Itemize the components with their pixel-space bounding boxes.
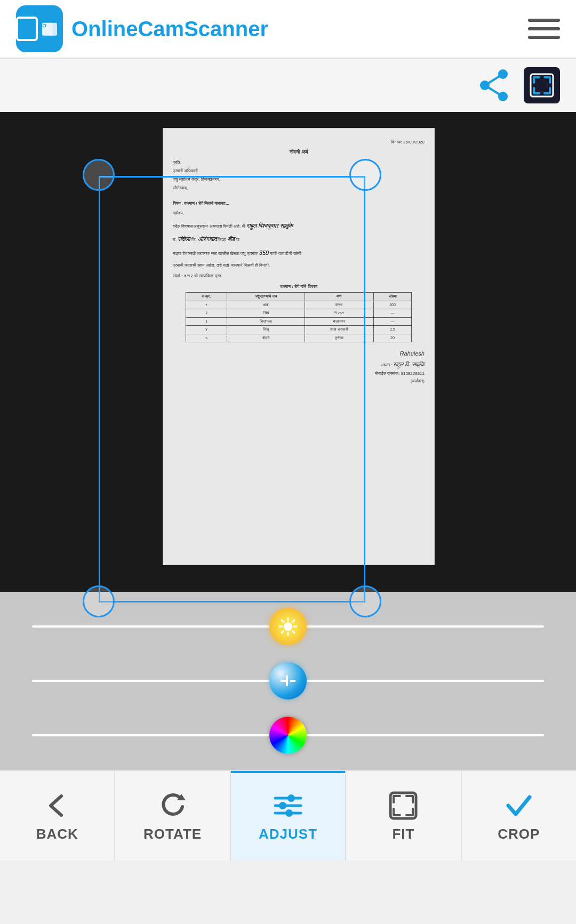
crop-selection-border	[99, 176, 365, 602]
table-cell-2-3: —	[373, 317, 412, 326]
doc-date: दिनांक: 26/03/2020	[173, 139, 425, 146]
fullscreen-button[interactable]	[524, 67, 560, 103]
nav-fit-label: FIT	[392, 826, 414, 842]
svg-line-8	[485, 74, 503, 85]
crop-handle-bottom-right[interactable]	[349, 585, 381, 617]
hamburger-line-2	[528, 27, 560, 30]
logo-area: OnlineCamScanner	[16, 5, 268, 52]
table-header-3: संख्या	[373, 293, 412, 301]
nav-crop-button[interactable]: CROP	[462, 771, 576, 861]
doc-address1: प्रभारी अधिकारी	[173, 168, 425, 174]
svg-rect-22	[290, 680, 295, 682]
sun-icon	[278, 617, 298, 636]
nav-rotate-button[interactable]: ROTATE	[115, 771, 229, 861]
nav-adjust-label: ADJUST	[259, 826, 317, 842]
brightness-slider-track[interactable]	[32, 625, 544, 628]
fit-icon	[387, 790, 419, 822]
adjust-sliders-icon	[272, 790, 304, 822]
header: OnlineCamScanner	[0, 0, 576, 59]
document-toolbar	[0, 59, 576, 112]
table-cell-4-3: 20	[373, 334, 412, 342]
svg-rect-2	[48, 23, 57, 36]
color-slider-track[interactable]	[32, 734, 544, 736]
hamburger-line-1	[528, 19, 560, 22]
svg-line-9	[485, 85, 503, 97]
nav-rotate-label: ROTATE	[143, 826, 202, 842]
brightness-slider-thumb[interactable]	[269, 608, 307, 645]
document-wrapper: दिनांक: 26/03/2020 नोंदणी अर्ज प्रति, प्…	[0, 112, 576, 592]
back-arrow-icon	[41, 790, 73, 822]
hamburger-line-3	[528, 36, 560, 39]
main-content-area: दिनांक: 26/03/2020 नोंदणी अर्ज प्रति, प्…	[0, 112, 576, 770]
app-name-label: OnlineCamScanner	[71, 17, 268, 41]
svg-point-27	[287, 794, 295, 802]
svg-line-17	[293, 631, 295, 633]
svg-point-28	[279, 802, 286, 809]
crop-handle-top-right[interactable]	[349, 159, 381, 191]
table-cell-0-3: 200	[373, 301, 412, 309]
exposure-icon	[278, 671, 298, 690]
svg-line-16	[282, 620, 284, 622]
bottom-navigation: BACK ROTATE ADJUST	[0, 770, 576, 861]
svg-rect-21	[286, 676, 288, 686]
exposure-slider-row	[32, 662, 544, 700]
nav-back-button[interactable]: BACK	[0, 771, 114, 861]
share-icon	[477, 69, 510, 102]
rotate-icon	[157, 790, 189, 822]
svg-line-18	[293, 620, 295, 622]
nav-crop-label: CROP	[498, 826, 540, 842]
doc-to: प्रति,	[173, 159, 425, 166]
menu-button[interactable]	[528, 13, 560, 45]
app-logo-icon	[16, 5, 63, 52]
crop-checkmark-icon	[503, 790, 535, 822]
nav-back-label: BACK	[36, 826, 78, 842]
nav-fit-button[interactable]: FIT	[346, 771, 460, 861]
fullscreen-icon	[530, 73, 554, 98]
exposure-slider-thumb[interactable]	[269, 662, 307, 700]
share-button[interactable]	[475, 66, 513, 105]
svg-point-4	[43, 25, 45, 27]
exposure-slider-track[interactable]	[32, 680, 544, 682]
adjustment-sliders-area	[0, 592, 576, 770]
svg-line-19	[282, 631, 284, 633]
doc-title: नोंदणी अर्ज	[173, 149, 425, 156]
nav-adjust-button[interactable]: ADJUST	[231, 771, 345, 861]
color-slider-row	[32, 717, 544, 754]
crop-handle-top-left[interactable]	[83, 159, 115, 191]
table-cell-3-3: 2.5	[373, 326, 412, 334]
svg-point-29	[285, 809, 293, 817]
table-cell-1-3: —	[373, 309, 412, 318]
color-slider-thumb[interactable]	[269, 717, 307, 754]
crop-handle-bottom-left[interactable]	[83, 585, 115, 617]
svg-point-11	[284, 622, 292, 631]
